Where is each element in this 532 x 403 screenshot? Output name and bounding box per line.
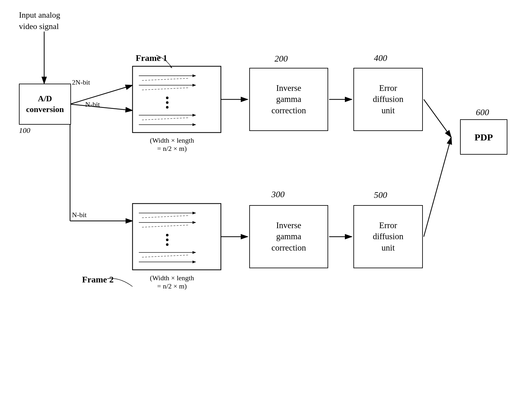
diagram-svg xyxy=(0,0,532,403)
svg-line-28 xyxy=(142,225,189,227)
svg-line-11 xyxy=(424,99,451,137)
pdp-block: PDP xyxy=(460,119,507,155)
input-signal-label: Input analog video signal xyxy=(19,9,63,33)
label-2nbit: 2N-bit xyxy=(72,78,90,86)
svg-point-20 xyxy=(166,106,168,109)
svg-line-4 xyxy=(70,104,133,110)
svg-line-17 xyxy=(142,88,189,90)
frame1-curve xyxy=(156,55,175,69)
label-400: 400 xyxy=(374,53,387,63)
label-500: 500 xyxy=(374,190,387,200)
svg-line-12 xyxy=(424,137,451,237)
label-200: 200 xyxy=(275,54,288,64)
width-length1: (Width × length= n/2 × m) xyxy=(123,136,221,153)
label-600: 600 xyxy=(476,107,489,117)
label-nbit2: N-bit xyxy=(72,211,86,219)
ed1-block: Errordiffusionunit xyxy=(353,68,423,131)
svg-point-30 xyxy=(166,239,168,241)
svg-rect-24 xyxy=(133,204,221,270)
svg-line-26 xyxy=(142,216,189,218)
svg-rect-13 xyxy=(133,66,221,133)
diagram: Input analog video signal A/D conversion… xyxy=(0,0,532,403)
label-100: 100 xyxy=(19,126,30,135)
svg-line-15 xyxy=(142,78,189,80)
svg-point-18 xyxy=(166,97,168,99)
svg-point-31 xyxy=(166,243,168,246)
svg-line-3 xyxy=(70,85,133,104)
svg-point-29 xyxy=(166,234,168,236)
ed2-block: Errordiffusionunit xyxy=(353,205,423,268)
label-nbit1: N-bit xyxy=(85,100,100,109)
igc2-block: Inversegammacorrection xyxy=(249,205,328,268)
svg-line-33 xyxy=(142,255,189,257)
svg-line-22 xyxy=(142,118,189,120)
igc1-block: Inversegammacorrection xyxy=(249,68,328,131)
ad-conversion-block: A/D conversion xyxy=(19,84,71,125)
width-length2: (Width × length= n/2 × m) xyxy=(123,274,221,290)
svg-point-19 xyxy=(166,101,168,104)
label-300: 300 xyxy=(271,189,285,199)
